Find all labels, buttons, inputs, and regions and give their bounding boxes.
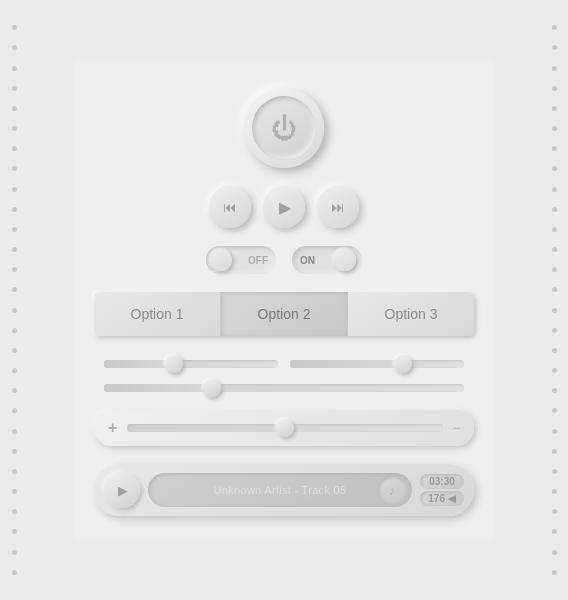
dot bbox=[552, 529, 557, 534]
volume-slider[interactable] bbox=[127, 424, 443, 432]
dot bbox=[552, 328, 557, 333]
dot bbox=[12, 388, 17, 393]
player-bar: ▶ Unknown Artist - Track 05 ♪ 03:30 176 … bbox=[94, 464, 474, 516]
forward-icon: ⏭ bbox=[331, 199, 345, 215]
dot bbox=[552, 388, 557, 393]
toggle-thumb-on bbox=[334, 249, 356, 271]
option-3-button[interactable]: Option 3 bbox=[348, 292, 474, 336]
dot bbox=[552, 429, 557, 434]
dot bbox=[552, 207, 557, 212]
dot bbox=[552, 66, 557, 71]
rewind-icon: ⏮ bbox=[223, 199, 237, 215]
dot-border-right bbox=[540, 0, 568, 600]
dot bbox=[12, 328, 17, 333]
volume-thumb[interactable] bbox=[276, 419, 294, 437]
dot bbox=[552, 348, 557, 353]
dot bbox=[12, 348, 17, 353]
dot bbox=[12, 187, 17, 192]
dot bbox=[552, 570, 557, 575]
slider-fill-bottom bbox=[104, 384, 212, 392]
play-button[interactable]: ▶ bbox=[263, 186, 305, 228]
option-2-button[interactable]: Option 2 bbox=[221, 292, 348, 336]
slider-fill-top-left bbox=[104, 360, 174, 368]
slider-thumb-bottom[interactable] bbox=[203, 379, 221, 397]
dot bbox=[12, 247, 17, 252]
slider-track-bottom bbox=[104, 384, 464, 392]
slider-track-top-right bbox=[290, 360, 464, 368]
dot bbox=[12, 529, 17, 534]
dot bbox=[552, 449, 557, 454]
dot bbox=[12, 570, 17, 575]
dot bbox=[552, 45, 557, 50]
dot bbox=[12, 449, 17, 454]
dot bbox=[12, 429, 17, 434]
player-track-area: Unknown Artist - Track 05 ♪ bbox=[148, 473, 412, 507]
dot bbox=[12, 66, 17, 71]
dot bbox=[552, 146, 557, 151]
toggle-on-label: ON bbox=[300, 255, 315, 266]
dot bbox=[12, 287, 17, 292]
dot bbox=[12, 489, 17, 494]
power-button[interactable]: ⏻ bbox=[244, 88, 324, 168]
player-time-badge: 03:30 bbox=[420, 474, 464, 489]
dot bbox=[12, 469, 17, 474]
slider-fill-top-right bbox=[290, 360, 403, 368]
dot bbox=[12, 368, 17, 373]
dot bbox=[12, 86, 17, 91]
toggle-off[interactable]: OFF bbox=[206, 246, 276, 274]
options-row: Option 1 Option 2 Option 3 bbox=[94, 292, 474, 336]
slider-thumb-top-left[interactable] bbox=[165, 355, 183, 373]
play-icon: ▶ bbox=[279, 198, 291, 217]
dot bbox=[12, 25, 17, 30]
dot bbox=[12, 408, 17, 413]
dot bbox=[12, 146, 17, 151]
dot-border-left bbox=[0, 0, 28, 600]
toggle-thumb-off bbox=[210, 249, 232, 271]
dot bbox=[552, 308, 557, 313]
dot bbox=[552, 86, 557, 91]
player-play-icon: ▶ bbox=[118, 483, 128, 498]
slider-top-left[interactable] bbox=[104, 354, 278, 374]
dot bbox=[552, 408, 557, 413]
power-button-inner: ⏻ bbox=[252, 96, 316, 160]
top-sliders-row bbox=[104, 354, 464, 374]
option-1-button[interactable]: Option 1 bbox=[94, 292, 221, 336]
dot bbox=[552, 187, 557, 192]
media-controls-row: ⏮ ▶ ⏭ bbox=[209, 186, 359, 228]
player-note-button[interactable]: ♪ bbox=[378, 476, 406, 504]
dot bbox=[552, 287, 557, 292]
dot bbox=[552, 166, 557, 171]
dot bbox=[552, 227, 557, 232]
slider-thumb-top-right[interactable] bbox=[394, 355, 412, 373]
dot bbox=[552, 267, 557, 272]
dot bbox=[552, 550, 557, 555]
dot bbox=[12, 267, 17, 272]
dot bbox=[552, 106, 557, 111]
sliders-section bbox=[94, 354, 474, 392]
slider-bottom[interactable] bbox=[104, 384, 464, 392]
slider-top-right[interactable] bbox=[290, 354, 464, 374]
player-play-button[interactable]: ▶ bbox=[104, 472, 140, 508]
dot bbox=[552, 469, 557, 474]
dot bbox=[552, 247, 557, 252]
toggle-on[interactable]: ON bbox=[292, 246, 362, 274]
page-background: ⏻ ⏮ ▶ ⏭ OFF ON bbox=[0, 0, 568, 600]
dot bbox=[12, 550, 17, 555]
volume-minus-icon[interactable]: − bbox=[453, 421, 460, 435]
rewind-button[interactable]: ⏮ bbox=[209, 186, 251, 228]
dot bbox=[552, 126, 557, 131]
player-time-section: 03:30 176 ◀ bbox=[420, 474, 464, 506]
volume-row: + − bbox=[94, 410, 474, 446]
dot bbox=[12, 126, 17, 131]
dot bbox=[12, 509, 17, 514]
volume-plus-icon[interactable]: + bbox=[108, 419, 117, 437]
dot bbox=[552, 25, 557, 30]
toggle-off-label: OFF bbox=[248, 255, 268, 266]
dot bbox=[552, 368, 557, 373]
note-icon: ♪ bbox=[389, 483, 396, 498]
forward-button[interactable]: ⏭ bbox=[317, 186, 359, 228]
dot bbox=[12, 106, 17, 111]
dot bbox=[12, 207, 17, 212]
dot bbox=[552, 489, 557, 494]
dot bbox=[12, 45, 17, 50]
